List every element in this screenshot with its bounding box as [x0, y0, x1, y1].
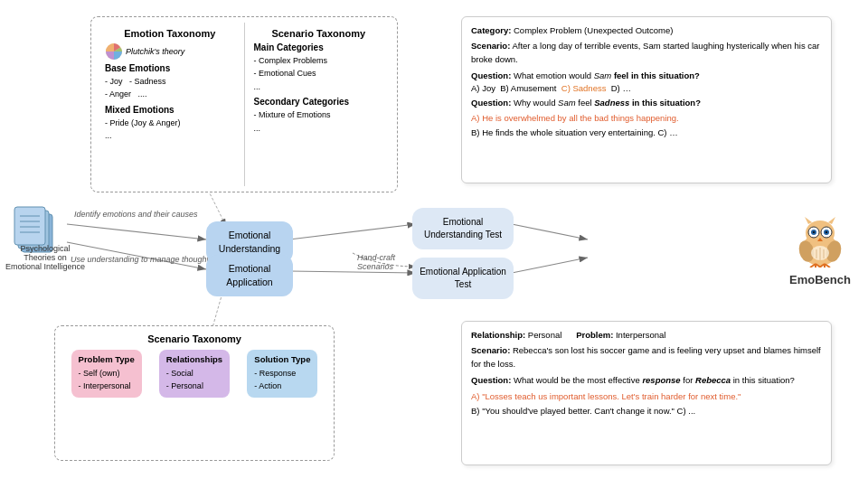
q-text-bottom: What would be the most effective respons…: [514, 375, 795, 385]
q1-options: A) Joy B) Amusement: [471, 83, 561, 93]
card-bottom-rel-prob: Relationship: Personal Problem: Interper…: [471, 329, 822, 342]
solution-type-box: Solution Type - Response- Action: [247, 350, 317, 398]
svg-line-4: [289, 224, 416, 239]
mixed-emotions-header: Mixed Emotions: [105, 105, 235, 115]
card-bottom-scenario: Scenario: Rebecca's son lost his soccer …: [471, 344, 822, 371]
emobench-area: EmoBench: [788, 215, 852, 286]
svg-marker-21: [828, 217, 835, 224]
scenario-label-top: Scenario:: [471, 41, 510, 51]
svg-line-8: [208, 190, 226, 226]
solution-type-items: - Response- Action: [254, 367, 310, 393]
scenario-taxonomy-col: Scenario Taxonomy Main Categories - Comp…: [250, 23, 389, 186]
relationships-box: Relationships - Social- Personal: [159, 350, 230, 398]
ea-test-node: Emotional Application Test: [412, 258, 514, 299]
q1-text: What emotion would Sam feel in this situ…: [514, 70, 700, 80]
card-top: Category: Complex Problem (Unexpected Ou…: [461, 16, 832, 183]
problem-type-header: Problem Type: [79, 354, 135, 364]
card-top-scenario: Scenario: After a long day of terrible e…: [471, 40, 822, 66]
svg-rect-13: [14, 207, 45, 245]
relationships-header: Relationships: [166, 354, 222, 364]
eu-test-node: Emotional Understanding Test: [412, 208, 514, 249]
svg-point-26: [813, 231, 815, 233]
handcraft-label: Hand-craftScenarios: [357, 253, 395, 271]
plutchik-pie-icon: [105, 42, 123, 61]
scenario-taxonomy-header: Scenario Taxonomy: [254, 28, 384, 39]
q2-label: Question:: [471, 98, 511, 108]
card-top-q1: Question: What emotion would Sam feel in…: [471, 70, 822, 96]
base-emotions-header: Base Emotions: [105, 63, 235, 73]
main-categories-header: Main Categories: [254, 42, 384, 52]
card-top-q2-answer-b: B) He finds the whole situation very ent…: [471, 127, 822, 139]
q1-c-colored: C) Sadness: [561, 83, 607, 93]
problem-value-bottom: Interpersonal: [616, 330, 665, 340]
card-bottom-answer-a: A) "Losses teach us important lessons. L…: [471, 390, 822, 403]
base-emotions-list: - Joy - Sadness- Anger ....: [105, 75, 235, 101]
secondary-categories-list: - Mixture of Emotions...: [254, 108, 384, 135]
svg-line-2: [67, 224, 206, 239]
scenario-taxonomy-bottom-header: Scenario Taxonomy: [66, 333, 323, 344]
taxonomy-bottom-box: Scenario Taxonomy Problem Type - Self (o…: [54, 325, 335, 461]
svg-line-7: [512, 258, 588, 273]
scenario-label-bottom: Scenario:: [471, 345, 510, 355]
solution-type-header: Solution Type: [254, 354, 310, 364]
svg-line-5: [289, 271, 416, 273]
main-categories-list: - Complex Problems- Emotional Cues...: [254, 54, 384, 93]
q1-label: Question:: [471, 70, 511, 80]
relationships-items: - Social- Personal: [166, 367, 222, 393]
taxonomy-top-box: Emotion Taxonomy Plutchik's theory Base …: [90, 16, 398, 192]
scenario-text-bottom: Rebecca's son lost his soccer game and i…: [471, 345, 821, 368]
identify-emotions-label: Identify emotions and their causes: [74, 210, 198, 219]
plutchik-label: Plutchik's theory: [126, 47, 184, 56]
card-bottom-answer-b: B) "You should've played better. Can't c…: [471, 405, 822, 418]
category-value: Complex Problem (Unexpected Outcome): [514, 25, 673, 35]
relationship-label-bottom: Relationship:: [471, 330, 525, 340]
svg-marker-20: [805, 217, 812, 224]
problem-type-items: - Self (own)- Interpersonal: [79, 367, 135, 393]
card-bottom-q: Question: What would be the most effecti…: [471, 374, 822, 387]
owl-icon: [792, 215, 848, 267]
problem-label-bottom: Problem:: [576, 330, 613, 340]
q2-text: Why would Sam feel Sadness in this situa…: [514, 98, 701, 108]
card-top-q2: Question: Why would Sam feel Sadness in …: [471, 97, 822, 109]
q1-rest: D) …: [606, 83, 630, 93]
diagram-container: Emotion Taxonomy Plutchik's theory Base …: [0, 0, 868, 488]
emotional-application-node: Emotional Application: [206, 255, 293, 296]
mixed-emotions-list: - Pride (Joy & Anger)...: [105, 117, 235, 143]
q-label-bottom: Question:: [471, 375, 511, 385]
svg-line-6: [512, 224, 588, 239]
card-top-q2-answer-a: A) He is overwhelmed by all the bad thin…: [471, 112, 822, 125]
card-top-category: Category: Complex Problem (Unexpected Ou…: [471, 24, 822, 37]
use-understanding-label: Use understanding to manage thoughts: [71, 255, 213, 264]
category-label: Category:: [471, 25, 511, 35]
card-bottom: Relationship: Personal Problem: Interper…: [461, 321, 832, 465]
svg-point-27: [826, 231, 827, 233]
emotion-taxonomy-header: Emotion Taxonomy: [105, 28, 235, 39]
secondary-categories-header: Secondary Categories: [254, 97, 384, 107]
problem-type-box: Problem Type - Self (own)- Interpersonal: [71, 350, 142, 398]
relationship-value-bottom: Personal: [528, 330, 562, 340]
emotion-taxonomy-col: Emotion Taxonomy Plutchik's theory Base …: [100, 23, 240, 186]
scenario-text-top: After a long day of terrible events, Sam…: [471, 41, 819, 63]
emobench-label: EmoBench: [788, 273, 852, 286]
